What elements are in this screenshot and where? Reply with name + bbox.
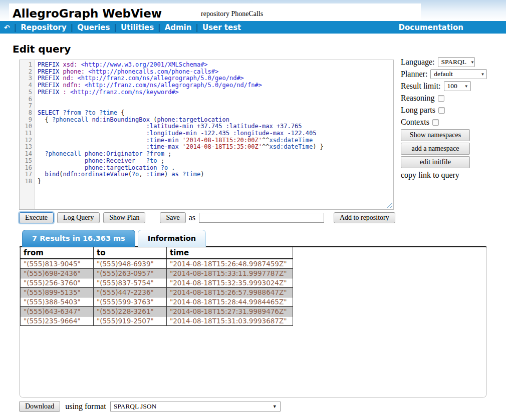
- tab-results[interactable]: 7 Results in 16.363 ms: [22, 230, 135, 247]
- download-button[interactable]: Download: [19, 401, 60, 412]
- table-cell: "(555)813-9045": [21, 259, 94, 269]
- query-options: Language: SPARQL ▼ Planner: default ▼ Re…: [401, 57, 488, 180]
- table-cell: "(555)837-5754": [94, 278, 167, 288]
- code-line: bind(ndfn:ordinateValue(?o, :time) as ?t…: [38, 171, 393, 178]
- table-cell: "(555)919-2507": [94, 316, 167, 326]
- save-button[interactable]: Save: [160, 212, 185, 223]
- planner-label: Planner:: [401, 70, 427, 79]
- nav-separator: |: [67, 23, 77, 32]
- table-cell: "2014-08-18T15:31:03.9993687Z": [167, 316, 293, 326]
- column-header-from: from: [21, 247, 94, 259]
- table-row: "(555)235-9664""(555)919-2507""2014-08-1…: [21, 316, 293, 326]
- code-line: }: [38, 178, 393, 185]
- table-cell: "(555)643-6347": [21, 307, 94, 316]
- edit-initfile-button[interactable]: edit initfile: [401, 156, 470, 168]
- app-title: AllegroGraph WebView: [13, 7, 162, 20]
- as-label: as: [189, 213, 195, 222]
- save-name-input[interactable]: [199, 213, 324, 223]
- title-strip: AllegroGraph WebView repository PhoneCal…: [9, 4, 421, 21]
- line-number: 10: [20, 123, 32, 130]
- show-namespaces-button[interactable]: Show namespaces: [401, 129, 470, 141]
- execute-button[interactable]: Execute: [19, 212, 54, 223]
- chevron-down-icon: ▼: [464, 84, 468, 89]
- nav-item-documentation[interactable]: Documentation: [399, 23, 463, 32]
- repository-name: PhoneCalls: [231, 10, 263, 18]
- table-cell: "(555)599-3763": [94, 297, 167, 307]
- nav-item-utilities[interactable]: Utilities: [121, 23, 154, 32]
- nav-separator: |: [154, 23, 164, 32]
- nav-items: |Repository|Queries|Utilities|Admin|User…: [10, 23, 241, 32]
- table-cell: "(555)698-2436": [21, 269, 94, 278]
- line-number: 11: [20, 130, 32, 137]
- nav-item-repository[interactable]: Repository: [21, 23, 67, 32]
- line-number: 13: [20, 144, 32, 151]
- column-header-time: time: [167, 247, 293, 259]
- app-header: AllegroGraph WebView repository PhoneCal…: [0, 0, 506, 21]
- nav-bar: ↶ |Repository|Queries|Utilities|Admin|Us…: [0, 21, 506, 34]
- format-select[interactable]: SPARQL JSON ▼: [110, 401, 281, 412]
- query-editor[interactable]: 123456789101112131415161718 PREFIX xsd: …: [19, 60, 394, 210]
- code-line: :longitude-min -122.435 :longitude-max -…: [38, 130, 393, 137]
- show-plan-button[interactable]: Show Plan: [103, 212, 145, 223]
- results-tabs: 7 Results in 16.363 msInformation: [22, 230, 506, 247]
- repository-info: repository PhoneCalls: [201, 10, 263, 18]
- code-line: { ?phonecall nd:inBoundingBox (phone:tar…: [38, 117, 393, 124]
- code-line: :time-min '2014-08-18T15:20:00Z'^^xsd:da…: [38, 137, 393, 144]
- nav-item-admin[interactable]: Admin: [165, 23, 192, 32]
- table-cell: "(555)948-6939": [94, 259, 167, 269]
- long-parts-label: Long parts: [401, 106, 435, 115]
- add-to-repository-button[interactable]: Add to repository: [334, 212, 395, 223]
- page-title: Edit query: [13, 43, 506, 55]
- line-number: 9: [20, 117, 32, 124]
- code-line: :latitude-min +37.745 :latitude-max +37.…: [38, 123, 393, 130]
- code-line: [38, 96, 393, 103]
- results-table-body: "(555)813-9045""(555)948-6939""2014-08-1…: [21, 259, 293, 326]
- code-line: phone:targetLocation ?o .: [38, 165, 393, 172]
- results-table-head: fromtotime: [21, 247, 293, 259]
- add-namespace-button[interactable]: add a namespace: [401, 143, 470, 155]
- nav-item-user-test[interactable]: User test: [202, 23, 241, 32]
- table-cell: "(555)228-3261": [94, 307, 167, 316]
- table-cell: "2014-08-18T15:26:48.9987459Z": [167, 259, 293, 269]
- table-row: "(555)643-6347""(555)228-3261""2014-08-1…: [21, 307, 293, 316]
- planner-select[interactable]: default ▼: [430, 69, 487, 79]
- line-number: 14: [20, 151, 32, 158]
- using-format-label: using format: [65, 402, 106, 411]
- code-line: [38, 103, 393, 110]
- tab-information[interactable]: Information: [138, 230, 206, 247]
- code-line: ?phonecall phone:Originator ?from ;: [38, 151, 393, 158]
- table-cell: "(555)899-5135": [21, 288, 94, 297]
- table-cell: "(555)263-0957": [94, 269, 167, 278]
- language-select[interactable]: SPARQL ▼: [438, 57, 475, 67]
- back-arrow-icon[interactable]: ↶: [4, 24, 10, 31]
- long-parts-checkbox[interactable]: [438, 107, 445, 114]
- chevron-down-icon: ▼: [480, 72, 484, 77]
- table-cell: "(555)447-2236": [94, 288, 167, 297]
- nav-separator: |: [110, 23, 120, 32]
- code-line: PREFIX ndfn: <http://franz.com/ns/allegr…: [38, 82, 393, 89]
- result-limit-select[interactable]: 100 ▼: [444, 81, 471, 91]
- log-query-button[interactable]: Log Query: [57, 212, 100, 223]
- line-number: 16: [20, 165, 32, 172]
- chevron-down-icon: ▼: [273, 404, 277, 409]
- line-number: 18: [20, 178, 32, 185]
- contexts-checkbox[interactable]: [432, 119, 439, 126]
- table-cell: "(555)388-5403": [21, 297, 94, 307]
- repository-label: repository: [201, 10, 229, 18]
- table-cell: "2014-08-18T15:26:57.9988647Z": [167, 288, 293, 297]
- code-line: PREFIX phone: <http://phonecalls.com/pho…: [38, 69, 393, 76]
- line-number: 12: [20, 137, 32, 144]
- column-header-to: to: [94, 247, 167, 259]
- reasoning-checkbox[interactable]: [438, 95, 444, 102]
- table-cell: "2014-08-18T15:28:44.9984465Z": [167, 297, 293, 307]
- line-number: 8: [20, 110, 32, 117]
- result-limit-label: Result limit:: [401, 82, 441, 91]
- results-table: fromtotime "(555)813-9045""(555)948-6939…: [20, 247, 293, 326]
- line-number: 3: [20, 75, 32, 82]
- copy-link-to-query[interactable]: copy link to query: [401, 171, 488, 180]
- code-line: PREFIX nd: <http://franz.com/ns/allegrog…: [38, 75, 393, 82]
- editor-code[interactable]: PREFIX xsd: <http://www.w3.org/2001/XMLS…: [35, 60, 393, 209]
- nav-item-queries[interactable]: Queries: [77, 23, 110, 32]
- line-number: 7: [20, 103, 32, 110]
- code-line: PREFIX xsd: <http://www.w3.org/2001/XMLS…: [38, 62, 393, 69]
